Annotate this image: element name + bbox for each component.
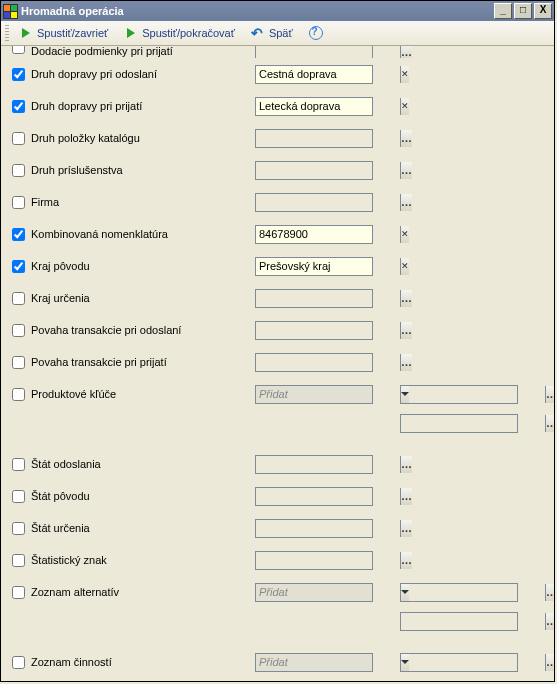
extra-input[interactable] — [401, 584, 545, 601]
row-checkbox[interactable] — [12, 100, 25, 113]
row-checkbox[interactable] — [12, 490, 25, 503]
extra-input[interactable] — [401, 415, 545, 432]
clear-button[interactable] — [400, 226, 409, 243]
lookup-button[interactable] — [545, 654, 554, 671]
form-row: Firma — [7, 186, 548, 218]
row-checkbox[interactable] — [12, 228, 25, 241]
row-checkbox[interactable] — [12, 292, 25, 305]
lookup-button[interactable] — [545, 613, 554, 630]
form-row: Zoznam alternatív — [7, 576, 548, 608]
form-row: Druh príslušenstva — [7, 154, 548, 186]
row-label: Druh príslušenstva — [29, 164, 255, 176]
clear-button[interactable] — [400, 258, 409, 275]
row-input[interactable] — [256, 552, 400, 569]
maximize-button[interactable]: □ — [514, 3, 532, 19]
row-input[interactable] — [256, 66, 400, 83]
form-row: Kraj pôvodu — [7, 250, 548, 282]
lookup-button[interactable] — [400, 456, 412, 473]
form-row: Druh dopravy pri prijatí — [7, 90, 548, 122]
row-input[interactable] — [256, 98, 400, 115]
lookup-button[interactable] — [400, 290, 412, 307]
row-input[interactable] — [256, 520, 400, 537]
row-input[interactable] — [256, 258, 400, 275]
row-input[interactable] — [256, 386, 400, 403]
dropdown-button[interactable] — [400, 386, 409, 403]
row-label: Druh položky katalógu — [29, 132, 255, 144]
form-scroll-area[interactable]: Dodacie podmienky pri prijatí Druh dopra… — [1, 46, 554, 681]
form-row: Produktové kľúče — [7, 378, 548, 410]
form-row: Dodacie podmienky pri prijatí — [7, 46, 548, 58]
row-checkbox[interactable] — [12, 554, 25, 567]
minimize-button[interactable]: _ — [494, 3, 512, 19]
row-checkbox[interactable] — [12, 196, 25, 209]
row-checkbox[interactable] — [12, 324, 25, 337]
form-row: Štát určenia — [7, 512, 548, 544]
row-checkbox[interactable] — [12, 132, 25, 145]
help-icon — [309, 26, 323, 40]
lookup-button[interactable] — [400, 552, 412, 569]
row-input[interactable] — [256, 194, 400, 211]
close-window-button[interactable]: X — [534, 3, 552, 19]
row-input[interactable] — [256, 290, 400, 307]
row-checkbox[interactable] — [12, 388, 25, 401]
lookup-button[interactable] — [400, 354, 412, 371]
lookup-button[interactable] — [400, 130, 412, 147]
row-input[interactable] — [256, 162, 400, 179]
run-close-button[interactable]: Spustiť/zavrieť — [13, 24, 114, 42]
form-row: Druh dopravy pri odoslaní — [7, 58, 548, 90]
lookup-button[interactable] — [400, 162, 412, 179]
row-checkbox[interactable] — [12, 68, 25, 81]
row-input[interactable] — [256, 354, 400, 371]
row-input[interactable] — [256, 226, 400, 243]
row-checkbox[interactable] — [12, 356, 25, 369]
run-continue-button[interactable]: Spustiť/pokračovať — [118, 24, 241, 42]
lookup-button[interactable] — [545, 584, 554, 601]
lookup-button[interactable] — [400, 520, 412, 537]
clear-button[interactable] — [400, 66, 409, 83]
row-checkbox[interactable] — [12, 458, 25, 471]
extra-input[interactable] — [401, 386, 545, 403]
lookup-button[interactable] — [400, 194, 412, 211]
row-input[interactable] — [256, 488, 400, 505]
row-label: Štatistický znak — [29, 554, 255, 566]
back-button[interactable]: Späť — [245, 24, 299, 42]
lookup-button[interactable] — [400, 46, 412, 58]
row-checkbox[interactable] — [12, 586, 25, 599]
row-input[interactable] — [256, 584, 400, 601]
extra-input[interactable] — [401, 613, 545, 630]
row-label: Dodacie podmienky pri prijatí — [29, 46, 255, 57]
app-icon — [3, 4, 17, 18]
undo-icon — [251, 26, 265, 40]
lookup-button[interactable] — [545, 386, 554, 403]
lookup-button[interactable] — [400, 488, 412, 505]
row-checkbox[interactable] — [12, 46, 25, 54]
extra-input[interactable] — [401, 654, 545, 671]
form-row: Kraj určenia — [7, 282, 548, 314]
form-row: Povaha transakcie pri odoslaní — [7, 314, 548, 346]
row-checkbox[interactable] — [12, 164, 25, 177]
form-row: Kombinovaná nomenklatúra — [7, 218, 548, 250]
row-checkbox[interactable] — [12, 656, 25, 669]
titlebar: Hromadná operácia _ □ X — [1, 1, 554, 21]
toolbar: Spustiť/zavrieť Spustiť/pokračovať Späť — [1, 21, 554, 46]
toolbar-grip — [5, 25, 9, 41]
row-input[interactable] — [256, 654, 400, 671]
lookup-button[interactable] — [545, 415, 554, 432]
row-checkbox[interactable] — [12, 522, 25, 535]
row-input[interactable] — [256, 46, 400, 58]
help-button[interactable] — [303, 24, 333, 42]
form-row: Zoznam činností — [7, 646, 548, 678]
row-label: Produktové kľúče — [29, 388, 255, 400]
form-row: Štát pôvodu — [7, 480, 548, 512]
row-input[interactable] — [256, 322, 400, 339]
row-checkbox[interactable] — [12, 260, 25, 273]
dropdown-button[interactable] — [400, 654, 409, 671]
row-label: Zoznam alternatív — [29, 586, 255, 598]
form-row — [7, 678, 548, 681]
clear-button[interactable] — [400, 98, 409, 115]
row-label: Kraj určenia — [29, 292, 255, 304]
row-input[interactable] — [256, 130, 400, 147]
dropdown-button[interactable] — [400, 584, 409, 601]
row-input[interactable] — [256, 456, 400, 473]
lookup-button[interactable] — [400, 322, 412, 339]
